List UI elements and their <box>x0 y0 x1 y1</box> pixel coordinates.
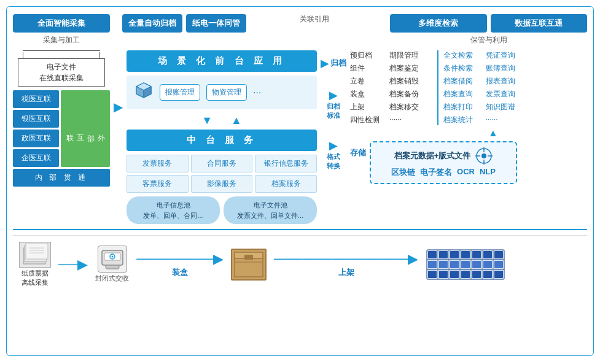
bottom-section: 纸质票据 离线采集 ──▶ <box>13 235 587 293</box>
online-collect-box: 电子文件 在线直联采集 <box>18 58 105 87</box>
svg-rect-46 <box>439 261 448 268</box>
storage-box: 档案元数据+版式文件 <box>370 141 517 184</box>
bank-medical: 银医互联 <box>13 110 59 128</box>
paper-collect-label: 纸质票据 离线采集 <box>21 269 49 287</box>
shelf-label: 上架 <box>338 267 354 278</box>
tag-blockchain: 区块链 <box>391 167 415 178</box>
svg-rect-55 <box>461 271 470 278</box>
info-pool: 电子信息池 发单、回单、合同... <box>127 196 220 224</box>
collect-sub: 采集与加工 <box>43 35 80 45</box>
shelf-icon <box>426 249 505 281</box>
cell-stats: 档案统计 <box>443 115 483 125</box>
cell-fulltext: 全文检索 <box>443 50 483 61</box>
storage-section: 存储 档案元数据+版式文件 <box>350 141 587 184</box>
scanner-svg <box>101 248 124 270</box>
outer-border: 全面智能采集 采集与加工 全量自动归档 纸电一体同管 关联引用 <box>6 6 594 356</box>
service-archive: 档案服务 <box>255 175 317 193</box>
cell-dots-2: ······ <box>389 115 432 123</box>
collect-header: 全面智能采集 <box>13 14 110 33</box>
cell-volume: 立卷 <box>350 76 387 87</box>
app-label-wuzi: 物资管理 <box>206 84 247 101</box>
right-long-arrow-2: ────────▶ <box>136 251 224 267</box>
cell-print: 档案打印 <box>443 102 483 112</box>
collect-header-area: 全面智能采集 采集与加工 <box>13 14 110 48</box>
bracket-left <box>23 52 23 58</box>
up-arrow-storage: ▲ <box>399 128 587 139</box>
right-arrow-icon: ▶ <box>114 99 123 114</box>
internal-box: 内 部 贯 通 <box>13 169 110 187</box>
right-content-area: 预归档 组件 立卷 装盒 上架 四性检测 期限管理 档案鉴定 档案销毁 <box>350 50 587 184</box>
cell-4-check: 四性检测 <box>350 115 387 125</box>
right-col-1: 预归档 组件 立卷 装盒 上架 四性检测 <box>350 50 387 125</box>
svg-rect-47 <box>450 261 459 268</box>
svg-rect-38 <box>428 251 437 258</box>
scanner-group: 封闭式交收 <box>95 246 129 283</box>
svg-rect-39 <box>439 251 448 258</box>
arrow-shelf-group: ──────────────▶ 上架 <box>274 251 418 278</box>
cell-query: 档案查询 <box>443 89 483 99</box>
exchange-label: 封闭式交收 <box>95 274 129 283</box>
collect-column: 电子文件 在线直联采集 税医互联 银医互联 政医互联 企医互联 外部互联 <box>13 50 110 187</box>
cell-voucher: 凭证查询 <box>486 50 526 61</box>
svg-rect-45 <box>428 261 437 268</box>
svg-rect-54 <box>450 271 459 278</box>
collect-inner: 电子文件 在线直联采集 税医互联 银医互联 政医互联 企医互联 外部互联 <box>13 50 110 187</box>
tax-medical: 税医互联 <box>13 90 59 108</box>
cell-period: 期限管理 <box>389 50 432 61</box>
box-icon <box>231 249 267 281</box>
right-col-4: 凭证查询 账簿查询 报表查询 发票查询 知识图谱 ······ <box>486 50 526 125</box>
horizontal-divider <box>13 229 587 230</box>
svg-point-5 <box>481 153 486 158</box>
services-grid: 发票服务 合同服务 银行信息服务 客票服务 影像服务 档案服务 <box>127 155 317 193</box>
gov-medical: 政医互联 <box>13 130 59 147</box>
bracket-right <box>99 52 100 58</box>
right-long-arrow-3: ──────────────▶ <box>274 251 418 267</box>
bracket-sides <box>23 52 100 58</box>
svg-point-23 <box>111 256 113 258</box>
svg-point-12 <box>475 155 478 157</box>
service-image: 影像服务 <box>191 175 253 193</box>
svg-rect-57 <box>483 271 492 278</box>
cell-backup: 档案备份 <box>389 89 432 99</box>
file-pool: 电子文件池 发票文件、回单文件... <box>224 196 317 224</box>
svg-rect-50 <box>483 261 492 268</box>
header-row: 全面智能采集 采集与加工 全量自动归档 纸电一体同管 关联引用 <box>13 14 587 48</box>
data-connect-header: 数据互联互通 <box>491 14 588 33</box>
svg-rect-48 <box>461 261 470 268</box>
svg-rect-41 <box>461 251 470 258</box>
cell-dots-4: ······ <box>486 115 526 123</box>
middle-column: 场 景 化 前 台 应 用 报账管理 <box>127 50 317 224</box>
svg-rect-56 <box>472 271 481 278</box>
auto-header-area: 全量自动归档 <box>122 14 182 33</box>
right-long-arrow-1: ──▶ <box>58 257 88 273</box>
cube-3d-icon <box>134 80 154 104</box>
service-ticket: 客票服务 <box>127 175 189 193</box>
archive-text-1: 归档 <box>330 58 346 69</box>
paper-stack-svg <box>21 243 49 266</box>
box-label: 装盒 <box>172 267 188 278</box>
down-arrow-icon-1: ▼ <box>201 114 212 127</box>
network-icon <box>475 147 493 165</box>
blue-boxes-col: 税医互联 银医互联 政医互联 企医互联 <box>13 90 59 167</box>
arrow-group-2: ▶ 归档标准 <box>327 88 340 120</box>
cell-box: 装盒 <box>350 89 387 99</box>
platform-title: 中 台 服 务 <box>127 130 317 151</box>
svg-point-10 <box>483 147 485 150</box>
arrow-group-3: ▶ 格式转换 <box>327 139 340 171</box>
cell-knowledge: 知识图谱 <box>486 102 526 112</box>
storage-title: 档案元数据+版式文件 <box>394 150 471 161</box>
tag-esign: 电子签名 <box>420 167 452 178</box>
cell-report: 报表查询 <box>486 76 526 87</box>
right-table: 预归档 组件 立卷 装盒 上架 四性检测 期限管理 档案鉴定 档案销毁 <box>350 50 587 125</box>
svg-rect-52 <box>428 271 437 278</box>
svg-rect-24 <box>106 265 119 269</box>
main-content: 全面智能采集 采集与加工 全量自动归档 纸电一体同管 关联引用 <box>7 7 593 293</box>
storage-title-row: 档案元数据+版式文件 <box>394 147 493 165</box>
scene-sub-label: 关联引用 <box>250 14 379 25</box>
cell-transfer: 档案移交 <box>389 102 432 112</box>
storage-label: 存储 <box>350 147 366 158</box>
cell-appraise: 档案鉴定 <box>389 63 432 74</box>
diagram-container: 全面智能采集 采集与加工 全量自动归档 纸电一体同管 关联引用 <box>0 0 600 364</box>
paper-docs-icon <box>19 242 51 268</box>
service-invoice: 发票服务 <box>127 155 189 172</box>
